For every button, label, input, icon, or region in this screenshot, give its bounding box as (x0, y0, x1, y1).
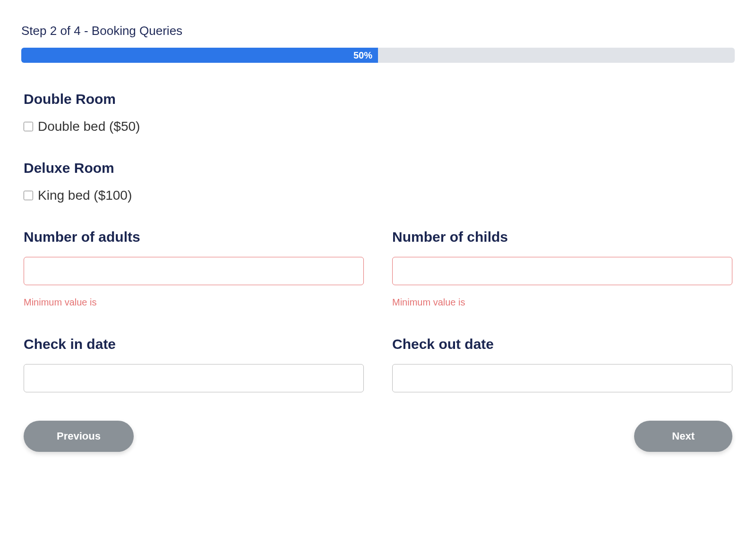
king-bed-label: King bed ($100) (38, 188, 132, 203)
childs-label: Number of childs (392, 229, 732, 245)
double-bed-label: Double bed ($50) (38, 119, 140, 134)
next-button[interactable]: Next (634, 421, 732, 452)
checkin-group: Check in date (24, 336, 364, 392)
king-bed-checkbox[interactable] (24, 191, 33, 200)
checkout-input[interactable] (392, 364, 732, 392)
childs-input[interactable] (392, 257, 732, 285)
step-label: Step 2 of 4 - Booking Queries (21, 24, 735, 38)
checkin-input[interactable] (24, 364, 364, 392)
button-row: Previous Next (21, 421, 735, 452)
double-room-title: Double Room (21, 91, 735, 107)
childs-error: Minimum value is (392, 297, 732, 308)
previous-button[interactable]: Previous (24, 421, 134, 452)
double-bed-checkbox[interactable] (24, 122, 33, 131)
checkout-label: Check out date (392, 336, 732, 352)
adults-label: Number of adults (24, 229, 364, 245)
double-bed-option[interactable]: Double bed ($50) (21, 119, 735, 134)
king-bed-option[interactable]: King bed ($100) (21, 188, 735, 203)
deluxe-room-title: Deluxe Room (21, 160, 735, 176)
adults-error: Minimum value is (24, 297, 364, 308)
adults-input[interactable] (24, 257, 364, 285)
checkout-group: Check out date (392, 336, 732, 392)
progress-bar-container: 50% (21, 48, 735, 63)
progress-bar-fill: 50% (21, 48, 378, 63)
childs-group: Number of childs Minimum value is (392, 229, 732, 308)
checkin-label: Check in date (24, 336, 364, 352)
adults-group: Number of adults Minimum value is (24, 229, 364, 308)
